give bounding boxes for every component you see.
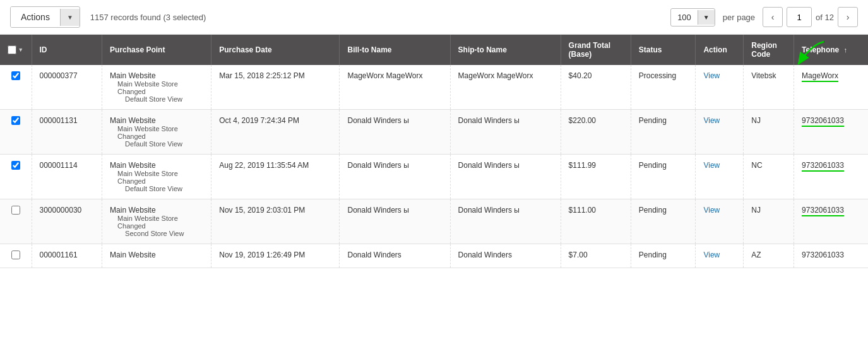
row-telephone: 9732061033 (794, 155, 868, 199)
row-action[interactable]: View (696, 244, 744, 268)
row-purchase-point: Main WebsiteMain Website StoreChangedDef… (102, 155, 211, 199)
row-ship-to-name: Donald Winders ы (450, 110, 561, 155)
of-pages-label: of 12 (816, 13, 834, 22)
row-ship-to-name: Donald Winders ы (450, 155, 561, 199)
row-grand-total: $40.20 (561, 65, 631, 110)
prev-page-button[interactable]: ‹ (763, 7, 783, 27)
row-purchase-date: Aug 22, 2019 11:35:54 AM (211, 155, 340, 199)
table-row: 000001161Main WebsiteNov 19, 2019 1:26:4… (0, 244, 868, 268)
row-checkbox-cell (0, 244, 32, 268)
header-checkbox-caret-icon[interactable]: ▼ (18, 47, 23, 53)
toolbar: Actions ▼ 1157 records found (3 selected… (0, 0, 868, 35)
th-region-code: RegionCode (744, 35, 794, 65)
row-id: 000001114 (32, 155, 102, 199)
row-id: 3000000030 (32, 199, 102, 244)
row-telephone: 9732061033 (794, 110, 868, 155)
telephone-value: 9732061033 (802, 116, 844, 127)
row-region-code: AZ (744, 244, 794, 268)
row-purchase-date: Mar 15, 2018 2:25:12 PM (211, 65, 340, 110)
actions-label: Actions (11, 7, 60, 27)
th-telephone: Telephone ↑ (794, 35, 868, 65)
row-id: 000001131 (32, 110, 102, 155)
th-purchase-date: Purchase Date (211, 35, 340, 65)
row-telephone: MageWorx (794, 65, 868, 110)
row-id: 000001161 (32, 244, 102, 268)
row-checkbox[interactable] (11, 161, 20, 170)
telephone-sort-icon[interactable]: ↑ (844, 46, 848, 54)
table-row: 000001114Main WebsiteMain Website StoreC… (0, 155, 868, 199)
view-link[interactable]: View (703, 251, 720, 259)
table-row: 3000000030Main WebsiteMain Website Store… (0, 199, 868, 244)
row-status: Processing (631, 65, 696, 110)
row-action[interactable]: View (696, 110, 744, 155)
row-bill-to-name: Donald Winders ы (340, 110, 450, 155)
row-checkbox-cell (0, 65, 32, 110)
row-action[interactable]: View (696, 65, 744, 110)
th-action: Action (696, 35, 744, 65)
row-purchase-point: Main WebsiteMain Website StoreChangedDef… (102, 65, 211, 110)
row-grand-total: $111.99 (561, 155, 631, 199)
telephone-value: 9732061033 (802, 161, 844, 172)
row-checkbox[interactable] (11, 251, 20, 259)
th-status: Status (631, 35, 696, 65)
table-row: 000001131Main WebsiteMain Website StoreC… (0, 110, 868, 155)
row-status: Pending (631, 110, 696, 155)
th-grand-total: Grand Total(Base) (561, 35, 631, 65)
view-link[interactable]: View (703, 116, 720, 125)
row-grand-total: $220.00 (561, 110, 631, 155)
orders-table: ▼ ID Purchase Point Purchase Date Bill-t… (0, 35, 868, 268)
next-page-button[interactable]: › (838, 7, 858, 27)
row-grand-total: $7.00 (561, 244, 631, 268)
th-ship-to-name: Ship-to Name (450, 35, 561, 65)
view-link[interactable]: View (703, 161, 720, 170)
row-ship-to-name: MageWorx MageWorx (450, 65, 561, 110)
row-status: Pending (631, 244, 696, 268)
th-purchase-point: Purchase Point (102, 35, 211, 65)
table-wrapper: ▼ ID Purchase Point Purchase Date Bill-t… (0, 35, 868, 268)
row-bill-to-name: Donald Winders (340, 244, 450, 268)
row-purchase-date: Nov 15, 2019 2:03:01 PM (211, 199, 340, 244)
row-checkbox-cell (0, 110, 32, 155)
pagination-controls: 100 ▼ per page ‹ of 12 › (670, 7, 858, 27)
th-checkbox: ▼ (0, 35, 32, 65)
row-telephone: 9732061033 (794, 199, 868, 244)
actions-caret-icon: ▼ (60, 9, 80, 26)
telephone-value: 9732061033 (802, 206, 844, 216)
row-id: 000000377 (32, 65, 102, 110)
th-id: ID (32, 35, 102, 65)
select-all-checkbox[interactable] (8, 45, 16, 54)
row-bill-to-name: MageWorx MageWorx (340, 65, 450, 110)
row-status: Pending (631, 199, 696, 244)
records-info: 1157 records found (3 selected) (90, 13, 660, 22)
row-purchase-point: Main WebsiteMain Website StoreChangedSec… (102, 199, 211, 244)
row-checkbox-cell (0, 199, 32, 244)
per-page-select[interactable]: 100 ▼ (670, 8, 715, 27)
row-bill-to-name: Donald Winders ы (340, 199, 450, 244)
per-page-value: 100 (671, 9, 698, 26)
row-checkbox[interactable] (11, 116, 20, 125)
view-link[interactable]: View (703, 206, 720, 215)
telephone-value: MageWorx (802, 71, 838, 82)
page-number-input[interactable] (787, 7, 812, 27)
row-purchase-date: Oct 4, 2019 7:24:34 PM (211, 110, 340, 155)
row-purchase-point: Main WebsiteMain Website StoreChangedDef… (102, 110, 211, 155)
row-purchase-date: Nov 19, 2019 1:26:49 PM (211, 244, 340, 268)
row-status: Pending (631, 155, 696, 199)
row-region-code: NC (744, 155, 794, 199)
row-action[interactable]: View (696, 155, 744, 199)
row-telephone: 9732061033 (794, 244, 868, 268)
row-purchase-point: Main Website (102, 244, 211, 268)
row-checkbox[interactable] (11, 206, 20, 215)
view-link[interactable]: View (703, 71, 720, 80)
row-region-code: NJ (744, 199, 794, 244)
row-ship-to-name: Donald Winders ы (450, 199, 561, 244)
row-region-code: NJ (744, 110, 794, 155)
row-ship-to-name: Donald Winders (450, 244, 561, 268)
per-page-label: per page (723, 13, 755, 22)
actions-dropdown[interactable]: Actions ▼ (10, 6, 80, 28)
th-bill-to-name: Bill-to Name (340, 35, 450, 65)
row-action[interactable]: View (696, 199, 744, 244)
row-checkbox[interactable] (11, 71, 20, 80)
row-grand-total: $111.00 (561, 199, 631, 244)
per-page-caret-icon: ▼ (698, 10, 715, 25)
